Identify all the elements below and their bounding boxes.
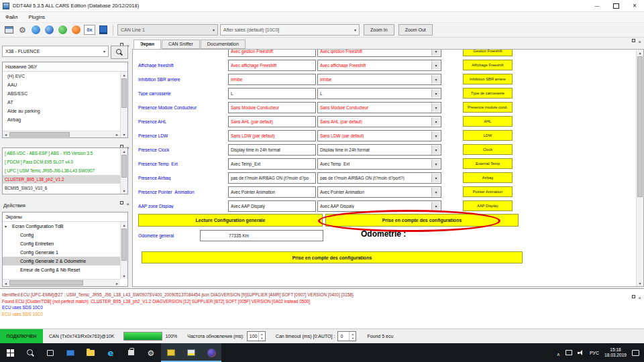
odometer-input[interactable]: 77335 Km [200, 230, 323, 241]
scrollbar-thumb[interactable] [9, 132, 70, 137]
taskbar-edge-icon[interactable] [101, 343, 121, 362]
clock[interactable]: 15:18 18.03.2019 [604, 347, 627, 358]
scan-icon[interactable] [57, 24, 68, 36]
field-value-input[interactable]: Avec Temp_Ext [228, 158, 316, 170]
scrollbar-thumb[interactable] [9, 280, 83, 286]
taskbar-app-yellow-icon[interactable] [161, 343, 181, 362]
scroll-left-icon[interactable] [3, 280, 9, 286]
write-config-button[interactable]: Prise en compte des configurations [325, 214, 519, 227]
scroll-up-icon[interactable] [637, 50, 643, 56]
field-send-button[interactable]: Airbag [463, 172, 513, 183]
ecu-file-item[interactable]: [ ABS-VDC - ABS-ESP ] ABS - X95 Version … [3, 149, 120, 158]
field-send-button[interactable]: External Temp [463, 158, 513, 169]
scroll-up-icon[interactable] [121, 148, 127, 154]
field-combo[interactable]: Avec gestion Freeshift [317, 49, 441, 57]
field-send-button[interactable]: Inhibition SBR arriere [463, 74, 513, 84]
ecu-list-item[interactable]: AAU [3, 80, 120, 89]
scrollbar-thumb[interactable] [637, 56, 643, 197]
ecu-list-item[interactable]: AT [3, 98, 120, 107]
field-send-button[interactable]: Gestion Freeshift [463, 49, 513, 56]
field-send-button[interactable]: Affichage Freeshift [463, 60, 513, 70]
taskbar-search-icon[interactable] [20, 343, 40, 362]
apply-config-button[interactable]: Prise en compte des configurations [142, 251, 523, 263]
taskbar-firefox-icon[interactable] [201, 343, 221, 362]
taskbar-store-icon[interactable] [121, 343, 141, 362]
ecu-file-item[interactable]: [ PDCM ] Pass DCM E95 SLOT v4.0 [3, 158, 120, 166]
notes-icon[interactable] [97, 24, 109, 36]
scroll-left-icon[interactable] [3, 131, 9, 137]
dock-float-icon[interactable] [120, 201, 123, 204]
scroll-down-icon[interactable] [121, 188, 127, 194]
scroll-up-icon[interactable] [121, 222, 127, 228]
plugin-gear-icon[interactable] [17, 24, 28, 36]
field-combo[interactable]: Avec Pointer Animation [317, 186, 441, 198]
field-value-input[interactable]: L [228, 88, 316, 99]
session-profile-select[interactable]: After sales (default) [10C0] [220, 24, 360, 36]
ecu-file-item[interactable]: [ UPC ] USM Temic JR95-J96-L38-L43 SW090… [3, 166, 120, 175]
field-combo[interactable]: Avec Temp_Ext [317, 158, 441, 170]
taskbar-settings-icon[interactable] [141, 343, 161, 362]
read-config-button[interactable]: Lecture Configuration generale [138, 214, 323, 227]
scrollbar-thumb[interactable] [121, 78, 127, 108]
ecu-list-item[interactable]: (H) EVC [3, 72, 120, 80]
field-send-button[interactable]: LDW [463, 130, 513, 141]
scroll-down-icon[interactable] [121, 131, 127, 137]
volume-icon[interactable] [578, 350, 584, 356]
taskbar-task-view-icon[interactable] [40, 343, 60, 362]
field-combo[interactable]: Sans Module Conducteur [317, 102, 441, 113]
ecu-list-item[interactable]: Aide au parking [3, 107, 120, 115]
field-value-input[interactable]: Avec AAP Dispaly [228, 200, 316, 212]
field-value-input[interactable]: Display time in 24h format [228, 144, 316, 156]
screen-mode-icon[interactable] [3, 24, 15, 36]
field-send-button[interactable]: Presence module cond. [463, 102, 513, 113]
vertical-scrollbar[interactable] [120, 72, 127, 137]
taskbar-ddt4all-icon[interactable] [181, 343, 201, 362]
close-button[interactable] [625, 0, 644, 11]
field-combo[interactable]: Sans AHL (par defaut) [317, 116, 441, 127]
field-combo[interactable]: Avec AAP Dispaly [317, 200, 441, 212]
zoom-out-button[interactable]: Zoom Out [398, 24, 433, 36]
dock-float-icon[interactable] [632, 39, 635, 42]
ecu-list-item[interactable]: ABS/ESC [3, 89, 120, 98]
field-combo[interactable]: L [317, 88, 441, 99]
scroll-down-icon[interactable] [121, 273, 127, 279]
field-value-input[interactable]: Avec affichage Freeshift [228, 60, 316, 71]
field-send-button[interactable]: AAP Display [463, 200, 513, 211]
ecu-list-item[interactable]: Airbag [3, 115, 120, 124]
dock-close-icon[interactable] [126, 196, 129, 208]
field-combo[interactable]: Avec affichage Freeshift [317, 60, 441, 71]
can-timeout-spinner[interactable]: 0 [337, 331, 356, 341]
scrollbar-thumb[interactable] [121, 229, 127, 261]
connect-icon[interactable] [30, 24, 42, 36]
tab[interactable]: CAN Sniffer [162, 40, 200, 49]
minimize-button[interactable] [588, 0, 606, 11]
screen-tree-item[interactable]: Config Entretien [3, 239, 120, 248]
screen-tree-item[interactable]: Config [3, 231, 120, 239]
action-center-icon[interactable] [632, 350, 639, 356]
horizontal-scrollbar[interactable] [3, 131, 120, 137]
hex-toggle-button[interactable]: 0x [84, 25, 95, 35]
field-send-button[interactable]: Type de carrosserie [463, 88, 513, 99]
field-send-button[interactable]: Clock [463, 144, 513, 155]
vertical-scrollbar[interactable] [120, 222, 127, 279]
maximize-button[interactable] [606, 0, 625, 11]
tab[interactable]: Экран [133, 40, 161, 49]
spin-down-icon[interactable] [350, 337, 356, 341]
refresh-rate-spinner[interactable]: 100 [247, 331, 266, 341]
spin-down-icon[interactable] [259, 337, 265, 341]
field-value-input[interactable]: pas de t?moin AIRBAG ON (t?moin d?po [228, 172, 316, 184]
field-combo[interactable]: Display time in 24h format [317, 144, 441, 156]
ecu-file-item[interactable]: BCM95_SW10_V10_6 [3, 184, 120, 192]
hidden-icons-chevron-icon[interactable] [557, 347, 560, 359]
network-icon[interactable] [44, 24, 55, 36]
screen-tree-item[interactable]: Erreur de Config & Nb Reset [3, 265, 120, 274]
vertical-scrollbar[interactable] [636, 50, 643, 286]
field-combo[interactable]: Inhibe [317, 74, 441, 85]
tab[interactable]: Documentation [201, 40, 246, 49]
field-value-input[interactable]: Sans LDW (par defaut) [228, 130, 316, 141]
scroll-down-icon[interactable] [637, 280, 643, 286]
field-combo[interactable]: pas de t?moin AIRBAG ON (t?moin d?port?) [317, 172, 441, 184]
taskbar-file-explorer-icon[interactable] [80, 343, 101, 362]
zoom-in-button[interactable]: Zoom In [364, 24, 394, 36]
field-value-input[interactable]: Sans Module Conducteur [228, 102, 316, 113]
